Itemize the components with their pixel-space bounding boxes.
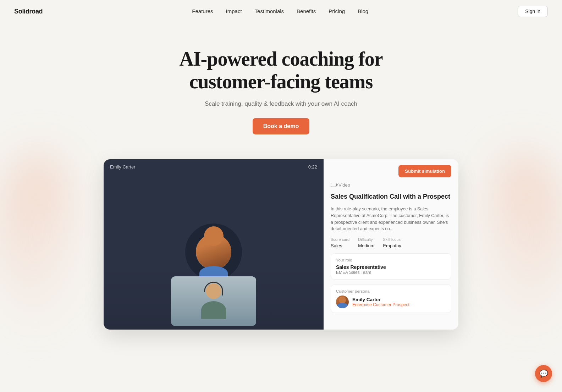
video-type-icon [331,183,336,187]
nav-links: Features Impact Testimonials Benefits Pr… [192,8,368,15]
headset-person-figure [199,283,228,319]
difficulty-label: Difficulty [358,237,374,242]
video-header: Emily Carter 0:22 [104,159,324,175]
difficulty-value: Medium [358,243,374,248]
self-video-preview [171,276,256,326]
persona-avatar [336,296,349,308]
your-role-label: Your role [336,258,446,262]
nav-link-blog[interactable]: Blog [358,8,368,14]
scenario-description: In this role-play scenario, the employee… [331,206,451,232]
scorecard-meta: Score card Sales [331,237,349,248]
your-role-team: EMEA Sales Team [336,270,446,275]
brand-logo[interactable]: Solidroad [14,8,43,15]
video-bottom-overlay [104,266,324,330]
skill-label: Skill focus [383,237,401,242]
meta-row: Score card Sales Difficulty Medium Skill… [331,237,451,248]
mic-arm [222,290,223,296]
nav-link-features[interactable]: Features [192,8,213,14]
scorecard-label: Score card [331,237,349,242]
self-video-person [171,276,256,326]
scenario-title: Sales Qualification Call with a Prospect [331,193,451,201]
persona-row: Emily Carter Enterprise Customer Prospec… [336,296,446,308]
nav-link-impact[interactable]: Impact [226,8,242,14]
difficulty-meta: Difficulty Medium [358,237,374,248]
nav-link-testimonials[interactable]: Testimonials [255,8,284,14]
signin-button[interactable]: Sign in [518,6,548,17]
submit-simulation-button[interactable]: Submit simulation [398,165,451,177]
right-top-bar: Submit simulation [331,165,451,177]
skill-meta: Skill focus Empathy [383,237,401,248]
your-role-title: Sales Representative [336,264,446,270]
ai-avatar [196,234,231,270]
skill-value: Empathy [383,243,401,248]
persona-name: Emily Carter [352,297,409,302]
info-panel: Submit simulation Video Sales Qualificat… [324,159,458,330]
person-body [201,301,226,319]
avatar-person-shape [196,234,231,270]
navbar: Solidroad Features Impact Testimonials B… [0,0,562,23]
hero-section: AI-powered coaching for customer-facing … [0,23,562,152]
chat-button[interactable]: 💬 [535,365,552,382]
video-timer: 0:22 [308,164,317,170]
role-info-box: Your role Sales Representative EMEA Sale… [331,253,451,280]
hero-heading: AI-powered coaching for customer-facing … [157,48,405,93]
scorecard-value: Sales [331,243,349,248]
scenario-type-label: Video [331,182,451,188]
demo-section: Emily Carter 0:22 [0,152,562,330]
video-panel: Emily Carter 0:22 [104,159,324,330]
persona-info-box: Customer persona Emily Carter Enterprise… [331,285,451,313]
chat-icon: 💬 [539,369,548,378]
book-demo-button[interactable]: Book a demo [253,118,309,134]
nav-link-benefits[interactable]: Benefits [297,8,316,14]
video-participant-name: Emily Carter [110,164,136,170]
demo-card: Emily Carter 0:22 [104,159,458,330]
persona-details: Emily Carter Enterprise Customer Prospec… [352,297,409,307]
hero-subtext: Scale training, quality & feedback with … [7,100,555,107]
headset-arc [204,282,223,292]
nav-link-pricing[interactable]: Pricing [329,8,345,14]
customer-persona-label: Customer persona [336,289,446,293]
persona-role: Enterprise Customer Prospect [352,302,409,307]
